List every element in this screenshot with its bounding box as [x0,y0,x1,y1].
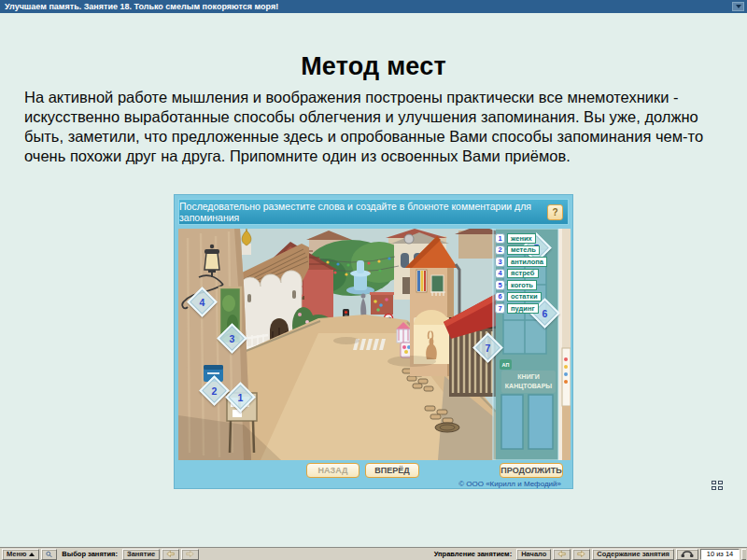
toolbar-right-group: Управление занятием: Начало Содержание з… [431,549,747,560]
arrow-right-icon [186,550,194,558]
arrow-right-icon [577,550,585,558]
window-titlebar: Улучшаем память. Занятие 18. Только смел… [0,0,747,13]
page-back-button[interactable] [553,549,571,560]
word-chip[interactable]: коготь [507,280,537,290]
exercise-footer: НАЗАД ВПЕРЁД ПРОДОЛЖИТЬ © ООО «Кирилл и … [178,460,569,490]
word-chip[interactable]: метель [507,245,540,256]
word-row[interactable]: 1 жених [495,233,547,244]
chevron-down-icon [736,5,741,8]
lesson-control-label: Управление занятием: [431,550,515,558]
help-button[interactable]: ? [547,204,563,220]
bottom-toolbar: Меню Выбор занятия: Занятие Управление з… [0,547,747,560]
arrow-left-icon [557,550,566,558]
word-chip[interactable]: остатки [507,292,542,302]
exercise-instruction-bar: Последовательно разместите слова и созда… [178,199,569,225]
lesson-contents-button[interactable]: Содержание занятия [592,549,674,560]
pharmacy-sign-text: АП [502,362,510,368]
bookshop-sign-line2: КАНЦТОВАРЫ [505,383,552,390]
word-row[interactable]: 4 ястреб [495,269,547,279]
lesson-button[interactable]: Занятие [122,549,160,560]
word-row[interactable]: 3 антилопа [495,257,547,267]
street-scene[interactable]: КНИГИ КАНЦТОВАРЫ АП 1 2 3 4 5 6 7 1 жени… [178,229,571,460]
window-title: Улучшаем память. Занятие 18. Только смел… [5,2,278,11]
exercise-instruction: Последовательно разместите слова и созда… [179,201,545,223]
titlebar-chevron-button[interactable] [732,2,744,11]
word-chip[interactable]: антилопа [507,257,547,267]
magnifier-icon [46,550,52,559]
word-number[interactable]: 6 [495,292,505,302]
back-button[interactable]: НАЗАД [306,463,359,478]
satellite-dish-icon [404,234,414,244]
word-row[interactable]: 5 коготь [495,280,547,290]
page-indicator: 10 из 14 [700,549,740,560]
toolbar-left-group: Меню Выбор занятия: Занятие [0,549,199,560]
forward-button[interactable]: ВПЕРЁД [365,463,419,478]
word-row[interactable]: 7 пудинг [495,303,547,314]
triangle-up-icon [29,553,35,556]
menu-button[interactable]: Меню [2,549,39,560]
start-button[interactable]: Начало [516,549,551,560]
phone-handset-icon [681,550,694,558]
word-row[interactable]: 6 остатки [495,292,547,302]
toolbar-edge-control[interactable] [741,549,746,560]
manhole [435,423,459,432]
bookshop-sign-line1: КНИГИ [517,373,539,380]
word-row[interactable]: 2 метель [495,245,547,256]
exercise-widget: Последовательно разместите слова и созда… [174,194,573,489]
graffiti-wall [370,292,394,315]
page-title: Метод мест [0,52,747,81]
word-number[interactable]: 7 [495,303,505,314]
phone-button[interactable] [676,549,698,560]
word-chip[interactable]: ястреб [507,269,539,279]
copyright: © ООО «Кирилл и Мефодий» [458,480,561,488]
word-number[interactable]: 2 [495,245,505,256]
word-chip[interactable]: пудинг [507,303,539,314]
lesson-paragraph: На активной работе мышления и воображени… [24,88,726,166]
word-number[interactable]: 4 [495,269,505,279]
arrow-left-icon [166,550,175,558]
lesson-select-label: Выбор занятия: [59,550,120,558]
next-lesson-button[interactable] [181,549,199,560]
word-list: 1 жених 2 метель 3 антилопа 4 ястреб 5 к… [495,233,547,315]
word-chip[interactable]: жених [507,233,536,244]
word-number[interactable]: 1 [495,233,505,244]
continue-button[interactable]: ПРОДОЛЖИТЬ [500,463,563,478]
word-number[interactable]: 3 [495,257,505,267]
page-forward-button[interactable] [572,549,590,560]
expand-icon[interactable] [712,481,724,491]
search-button[interactable] [41,549,57,560]
word-number[interactable]: 5 [495,280,505,290]
prev-lesson-button[interactable] [162,549,179,560]
right-shop-strip [558,229,571,460]
